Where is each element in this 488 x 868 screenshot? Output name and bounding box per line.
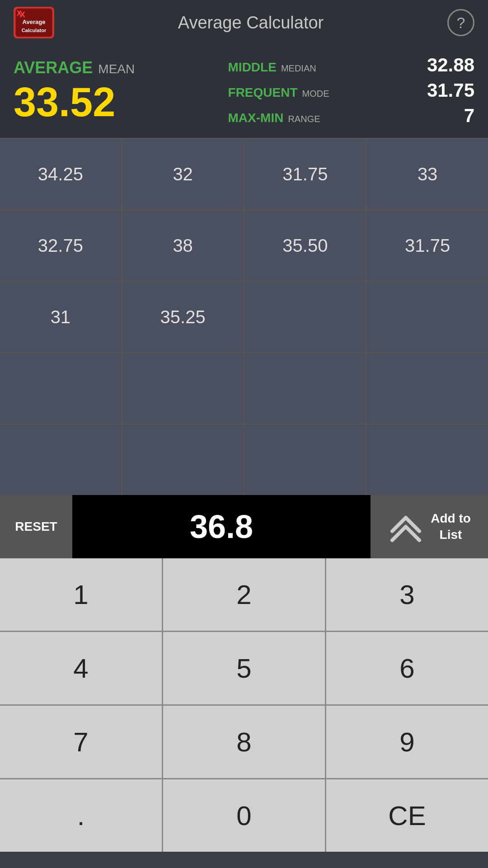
grid-cell (367, 425, 488, 495)
grid-cell (0, 354, 121, 424)
current-input-display: 36.8 (72, 508, 371, 545)
clear-button[interactable]: CE (326, 779, 488, 852)
svg-text:Average: Average (22, 19, 45, 25)
mode-sublabel: MODE (302, 89, 329, 99)
app-header: X Average Calculator Average Calculator … (0, 0, 488, 45)
numpad-4-button[interactable]: 4 (0, 632, 162, 704)
add-to-list-label: Add toList (431, 510, 471, 543)
numpad-8-button[interactable]: 8 (163, 706, 325, 778)
mode-row: FREQUENT MODE 31.75 (228, 80, 474, 101)
grid-cell[interactable]: 31.75 (245, 139, 366, 209)
numpad-3-button[interactable]: 3 (326, 558, 488, 631)
page-title: Average Calculator (178, 13, 324, 33)
grid-cell (367, 282, 488, 352)
grid-cell (122, 354, 244, 424)
grid-cell[interactable]: 31 (0, 282, 121, 352)
svg-text:Calculator: Calculator (22, 28, 47, 33)
median-sublabel: MEDIAN (281, 63, 316, 74)
grid-cell (367, 354, 488, 424)
grid-cell[interactable]: 34.25 (0, 139, 121, 209)
grid-cell (245, 425, 366, 495)
range-label: MAX-MIN (228, 111, 284, 125)
numpad-6-button[interactable]: 6 (326, 632, 488, 704)
mode-value: 31.75 (427, 80, 474, 101)
grid-cell[interactable]: 38 (122, 211, 244, 281)
help-button[interactable]: ? (447, 9, 474, 36)
average-label-group: AVERAGE MEAN (14, 58, 219, 77)
grid-cell[interactable]: 35.25 (122, 282, 244, 352)
average-value: 33.52 (14, 82, 219, 123)
grid-cell (0, 425, 121, 495)
numpad-5-button[interactable]: 5 (163, 632, 325, 704)
grid-cell[interactable]: 35.50 (245, 211, 366, 281)
chevron-up-icon (388, 511, 424, 542)
grid-cell (245, 354, 366, 424)
grid-cell[interactable]: 32 (122, 139, 244, 209)
footer: © Apps.Financializer.com | All Rights Re… (0, 852, 488, 868)
grid-cell (122, 425, 244, 495)
numpad-0-button[interactable]: 0 (163, 779, 325, 852)
grid-cell[interactable]: 31.75 (367, 211, 488, 281)
stats-panel: AVERAGE MEAN 33.52 MIDDLE MEDIAN 32.88 F… (0, 45, 488, 138)
median-value: 32.88 (427, 54, 474, 76)
median-label: MIDDLE (228, 60, 277, 75)
app-logo: X Average Calculator (14, 7, 54, 38)
average-sublabel: MEAN (98, 62, 135, 76)
reset-button[interactable]: RESET (0, 495, 72, 558)
numpad: 123456789.0CE (0, 558, 488, 852)
numpad-2-button[interactable]: 2 (163, 558, 325, 631)
range-value: 7 (464, 105, 474, 127)
numpad-1-button[interactable]: 1 (0, 558, 162, 631)
stats-right: MIDDLE MEDIAN 32.88 FREQUENT MODE 31.75 … (228, 54, 474, 127)
grid-cell[interactable]: 33 (367, 139, 488, 209)
input-bar: RESET 36.8 Add toList (0, 495, 488, 558)
numpad-7-button[interactable]: 7 (0, 706, 162, 778)
add-to-list-button[interactable]: Add toList (371, 495, 488, 558)
numpad-9-button[interactable]: 9 (326, 706, 488, 778)
question-icon: ? (457, 14, 465, 32)
data-grid: 34.253231.753332.753835.5031.753135.25 (0, 138, 488, 495)
range-row: MAX-MIN RANGE 7 (228, 105, 474, 127)
grid-cell (245, 282, 366, 352)
mode-label: FREQUENT (228, 85, 298, 100)
median-row: MIDDLE MEDIAN 32.88 (228, 54, 474, 76)
range-sublabel: RANGE (288, 114, 320, 124)
svg-text:X: X (20, 10, 25, 19)
grid-cell[interactable]: 32.75 (0, 211, 121, 281)
average-section: AVERAGE MEAN 33.52 (14, 54, 219, 127)
average-label: AVERAGE (14, 58, 93, 77)
decimal-button[interactable]: . (0, 779, 162, 852)
